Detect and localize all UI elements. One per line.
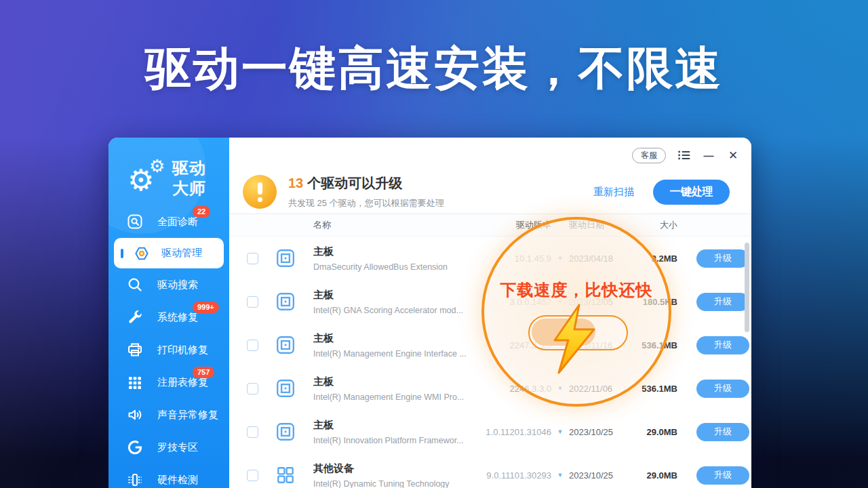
hardware-detect-icon [126, 471, 144, 488]
device-name: DmaSecurity AllowedBus Extension [313, 262, 473, 272]
motherboard-icon [275, 378, 296, 399]
sidebar-item-sound-repair[interactable]: 声音异常修复 [108, 399, 229, 431]
version-dropdown-icon[interactable]: ▼ [551, 472, 569, 479]
summary-title: 13个驱动可以升级 [288, 174, 593, 192]
app-window: ⚙ ⚙ 驱动 大师 全面诊断 22 驱动管理 [108, 138, 751, 488]
sidebar-item-logitech-zone[interactable]: 罗技专区 [108, 431, 229, 464]
version-dropdown-icon[interactable]: ▼ [551, 298, 569, 305]
process-all-button[interactable]: 一键处理 [653, 180, 730, 205]
driver-version: 2246.3.3.0 [473, 384, 551, 394]
driver-date: 2023/10/25 [569, 470, 629, 481]
registry-repair-icon [126, 373, 144, 391]
driver-size: 536.1MB [629, 384, 677, 394]
driver-version: 10.1.45.9 [473, 253, 551, 264]
sidebar-item-full-diagnosis[interactable]: 全面诊断 22 [108, 205, 229, 238]
menu-list-icon[interactable] [678, 149, 690, 161]
support-button[interactable]: 客服 [632, 148, 666, 163]
driver-version: 9.0.11101.30293 [473, 470, 551, 481]
version-dropdown-icon[interactable]: ▼ [551, 342, 569, 348]
sound-repair-icon [126, 406, 144, 424]
badge: 22 [193, 206, 210, 218]
device-name: Intel(R) Dynamic Tuning Technology [313, 479, 473, 488]
device-category: 其他设备 [313, 462, 473, 475]
main-panel: 客服 — ✕ 13个驱动可以升级 共发现 25 个驱动，您可以根据需要处理 重新… [229, 138, 751, 488]
driver-list: 主板 DmaSecurity AllowedBus Extension 10.1… [229, 237, 751, 488]
app-logo: ⚙ ⚙ 驱动 大师 [108, 138, 229, 212]
device-name: Intel(R) Management Engine Interface ... [313, 349, 473, 359]
upgrade-button[interactable]: 升级 [696, 466, 749, 485]
driver-date: 2023/12/05 [569, 297, 629, 307]
table-row: 主板 Intel(R) Management Engine Interface … [229, 323, 751, 367]
driver-version: 1.0.11201.31046 [473, 427, 551, 437]
row-checkbox[interactable] [247, 340, 258, 351]
upgrade-button[interactable]: 升级 [696, 293, 749, 311]
driver-version: 3.0.0.1457 [473, 297, 551, 307]
driver-size: 536.1MB [629, 340, 677, 350]
table-row: 主板 Intel(R) GNA Scoring Accelerator mod.… [229, 280, 751, 323]
device-category: 主板 [313, 419, 473, 432]
driver-date: 2022/11/06 [569, 384, 629, 394]
upgrade-count: 13 [288, 176, 303, 190]
header-size: 大小 [629, 219, 677, 231]
version-dropdown-icon[interactable]: ▼ [551, 428, 569, 435]
device-category: 主板 [313, 245, 473, 258]
sidebar-item-driver-management[interactable]: 驱动管理 [114, 238, 224, 268]
rescan-link[interactable]: 重新扫描 [593, 186, 634, 199]
sidebar-nav: 全面诊断 22 驱动管理 驱动搜索 系统修复 [108, 205, 229, 488]
table-header: 名称 驱动版本 驱动日期 大小 [229, 214, 751, 237]
version-dropdown-icon[interactable]: ▼ [551, 385, 569, 392]
summary-subtitle: 共发现 25 个驱动，您可以根据需要处理 [288, 197, 593, 209]
system-repair-icon [126, 308, 144, 326]
sidebar-item-system-repair[interactable]: 系统修复 999+ [108, 301, 229, 333]
motherboard-icon [275, 422, 296, 442]
row-checkbox[interactable] [247, 383, 258, 394]
active-marker [121, 249, 123, 258]
sidebar-item-registry-repair[interactable]: 注册表修复 757 [108, 366, 229, 399]
device-name: Intel(R) Innovation Platform Framewor... [313, 436, 473, 445]
badge: 999+ [193, 302, 219, 313]
motherboard-icon [275, 335, 296, 355]
titlebar: 客服 — ✕ [229, 138, 751, 163]
device-category: 主板 [313, 375, 473, 388]
table-row: 主板 DmaSecurity AllowedBus Extension 10.1… [229, 237, 751, 280]
header-version: 驱动版本 [473, 219, 551, 231]
upgrade-button[interactable]: 升级 [696, 336, 749, 354]
driver-size: 29.0MB [629, 470, 677, 481]
upgrade-button[interactable]: 升级 [696, 249, 749, 268]
promo-banner: 驱动一键高速安装，不限速 [0, 38, 868, 100]
driver-date: 2023/04/18 [569, 253, 629, 264]
warning-icon [243, 175, 277, 209]
sidebar: ⚙ ⚙ 驱动 大师 全面诊断 22 驱动管理 [108, 138, 229, 488]
gears-icon: ⚙ ⚙ [127, 159, 164, 198]
sidebar-item-printer-repair[interactable]: 打印机修复 [108, 333, 229, 366]
device-category: 主板 [313, 289, 473, 302]
scrollbar-thumb[interactable] [745, 243, 749, 332]
header-name: 名称 [313, 219, 473, 231]
row-checkbox[interactable] [247, 470, 258, 481]
sidebar-item-hardware-detection[interactable]: 硬件检测 [108, 464, 229, 488]
banner-title: 驱动一键高速安装，不限速 [0, 38, 868, 100]
device-category: 主板 [313, 332, 473, 345]
row-checkbox[interactable] [247, 253, 258, 264]
sidebar-item-driver-search[interactable]: 驱动搜索 [108, 268, 229, 301]
motherboard-icon [275, 248, 296, 268]
printer-repair-icon [126, 341, 144, 359]
device-name: Intel(R) GNA Scoring Accelerator mod... [313, 306, 473, 315]
driver-size: 3.2MB [629, 253, 677, 264]
minimize-icon[interactable]: — [703, 149, 715, 161]
upgrade-button[interactable]: 升级 [696, 380, 749, 398]
app-logo-text: 驱动 大师 [172, 158, 206, 199]
table-row: 其他设备 Intel(R) Dynamic Tuning Technology … [229, 453, 751, 488]
version-dropdown-icon[interactable]: ▼ [551, 255, 569, 262]
row-checkbox[interactable] [247, 296, 258, 308]
upgrade-button[interactable]: 升级 [696, 423, 749, 441]
summary-header: 13个驱动可以升级 共发现 25 个驱动，您可以根据需要处理 重新扫描 一键处理 [229, 163, 751, 214]
driver-search-icon [126, 276, 144, 293]
driver-management-icon [133, 245, 151, 262]
row-checkbox[interactable] [247, 426, 258, 438]
driver-date: 2023/10/25 [569, 427, 629, 437]
header-date: 驱动日期 [569, 219, 629, 231]
logitech-g-icon [126, 439, 144, 456]
device-name: Intel(R) Management Engine WMI Pro... [313, 392, 473, 402]
close-icon[interactable]: ✕ [727, 149, 739, 161]
